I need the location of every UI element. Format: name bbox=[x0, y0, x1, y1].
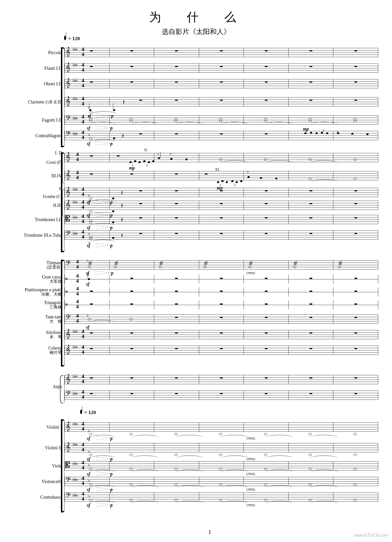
label-trombone-3-tuba: Trombone III.e.Tuba bbox=[16, 233, 65, 238]
row-trombone-3-tuba: Trombone III.e.Tuba ♭♭♭♭ 44 sf p bbox=[16, 227, 378, 243]
row-tamtam: Tam-tam大 锣 44 sf bbox=[16, 311, 378, 327]
staff-celesta: ♭♭♭♭ 44 bbox=[65, 346, 378, 355]
tempo-marking-strings: = 120 bbox=[80, 409, 96, 415]
row-violini-1: Violini I ♭♭♭♭ 44 sf p cresc. bbox=[16, 417, 378, 437]
row-piccolo: Piccolo ♭♭♭♭ 44 bbox=[16, 45, 378, 60]
row-contrabfagoto: Contrabfagoto ♭♭♭♭ 44 sf p mp 3 bbox=[16, 128, 378, 143]
label-piatti: Piattisospess e.piatti吊镲、大镲 bbox=[16, 287, 65, 297]
row-trombonei-1-2: Trombonei I.II ♭♭♭♭ 44 sf p bbox=[16, 212, 378, 227]
row-piatti: Piattisospess e.piatti吊镲、大镲 44 bbox=[16, 286, 378, 298]
label-violini-1: Violini I bbox=[16, 425, 65, 430]
score-page: 为 什 么 选自影片《太阳和人》 = 120 Piccolo ♭♭♭♭ 44 F… bbox=[0, 0, 392, 542]
row-arpa-bottom: ♭♭♭♭ 44 bbox=[16, 387, 378, 403]
staff-gran-cassa: 44 sf bbox=[65, 275, 378, 284]
label-piccolo: Piccolo bbox=[16, 50, 65, 55]
strings-group: Violini I ♭♭♭♭ 44 sf p cresc. bbox=[16, 417, 378, 505]
label-contrabassi: Contrabassi bbox=[16, 494, 65, 499]
staff-corni-1-2: 44 3 3 mp bbox=[65, 153, 378, 162]
tempo-marking-top: = 120 bbox=[64, 36, 80, 42]
row-timpani: Timpani(定音鼓) 44 sf p cresc. bbox=[16, 257, 378, 273]
row-oboei: Oboei I.II ♭♭♭♭ 44 bbox=[16, 76, 378, 92]
staff-arpa-treble: ♭♭♭♭ 44 bbox=[65, 375, 378, 384]
barlines bbox=[65, 48, 378, 57]
row-fagotti: Fagotti I.II ♭♭♭♭ 44 sf p bbox=[16, 112, 378, 128]
label-viole: Viole bbox=[16, 463, 65, 468]
quarter-note-icon bbox=[80, 409, 82, 414]
row-clarinets: Clarinets (♭B )I.II. ♭♭♭♭ 44 sf bbox=[16, 92, 378, 112]
percussion-group: Timpani(定音鼓) 44 sf p cresc. bbox=[16, 257, 378, 358]
staff-piccolo: ♭♭♭♭ 44 bbox=[65, 48, 378, 57]
staff-timpani: 44 sf p cresc. bbox=[65, 260, 378, 270]
staff-corni-3-4: 44 XI. 3 3 mp bbox=[65, 171, 378, 180]
staff-oboei: ♭♭♭♭ 44 bbox=[65, 79, 378, 88]
staff-contrabfagoto: ♭♭♭♭ 44 sf p mp 3 3 bbox=[65, 131, 378, 140]
row-trombe-2-3: II.III ♭♭♭♭ 44 a2sf p bbox=[16, 199, 378, 212]
row-celesta: Celesta钢片琴 ♭♭♭♭ 44 bbox=[16, 342, 378, 358]
label-corni-1-2: I. II Corni (F) bbox=[16, 150, 65, 165]
staff-violoncelli: ♭♭♭♭ 44 sf p cresc. bbox=[65, 477, 378, 486]
label-violoncelli: Violoncelli bbox=[16, 479, 65, 484]
dynamic-a2: a2 bbox=[88, 199, 91, 203]
staff-piatti: 44 bbox=[65, 287, 378, 297]
label-celesta: Celesta钢片琴 bbox=[16, 345, 65, 355]
horns-group: II. I. II Corni (F) 44 3 bbox=[16, 150, 378, 243]
staff-clarinets: ♭♭♭♭ 44 sf bbox=[65, 97, 378, 106]
row-gran-cassa: Gran cassa大军鼓 44 sf bbox=[16, 273, 378, 286]
page-number: 1 bbox=[14, 529, 392, 536]
staff-silofono: ♭♭♭♭ 44 bbox=[65, 330, 378, 339]
label-silofono: Silofono木 琴 bbox=[16, 330, 65, 339]
arpa-group: Arpa ♭♭♭♭ 44 ♭♭♭♭ 44 bbox=[16, 372, 378, 403]
quarter-note-icon bbox=[64, 36, 66, 40]
label-trombe-1: I. Trombe (C) bbox=[16, 186, 65, 199]
staff-tamtam: 44 sf bbox=[65, 314, 378, 324]
staff-triangolo: 44 bbox=[65, 300, 378, 309]
staff-arpa-bass: ♭♭♭♭ 44 bbox=[65, 391, 378, 400]
row-silofono: Silofono木 琴 ♭♭♭♭ 44 bbox=[16, 327, 378, 342]
row-arpa-top: Arpa ♭♭♭♭ 44 bbox=[16, 372, 378, 387]
score-title: 为 什 么 bbox=[14, 9, 378, 25]
staff-violini-1: ♭♭♭♭ 44 sf p cresc. bbox=[65, 423, 378, 432]
row-violoncelli: Violoncelli ♭♭♭♭ 44 sf p cresc. bbox=[16, 474, 378, 489]
label-gran-cassa: Gran cassa大军鼓 bbox=[16, 274, 65, 284]
staff-flauti: ♭♭♭♭ 44 bbox=[65, 64, 378, 73]
label-contrabfagoto: Contrabfagoto bbox=[16, 133, 65, 138]
staff-viole: ♭♭♭♭ 44 sf p cresc. bbox=[65, 461, 378, 471]
marker-XI: XI. bbox=[215, 168, 220, 172]
row-trombe-1: I. Trombe (C) ♭♭♭♭ 44 sf p bbox=[16, 186, 378, 199]
staff-contrabassi: ♭♭♭♭ 44 sf p cresc. bbox=[65, 493, 378, 502]
row-contrabassi: Contrabassi ♭♭♭♭ 44 sf p cresc. bbox=[16, 489, 378, 505]
score-system: Piccolo ♭♭♭♭ 44 Flauti I.II ♭♭♭♭ 44 bbox=[16, 45, 378, 524]
label-flauti: Flauti I.II bbox=[16, 66, 65, 71]
label-corni-3-4: III.IV bbox=[16, 173, 65, 178]
label-trombonei-1-2: Trombonei I.II bbox=[16, 217, 65, 222]
tempo-text: = 120 bbox=[68, 36, 80, 41]
woodwinds-group: Piccolo ♭♭♭♭ 44 Flauti I.II ♭♭♭♭ 44 bbox=[16, 45, 378, 143]
row-violini-2: Violini II ♭♭♭♭ 44 sf p cresc. bbox=[16, 437, 378, 458]
row-triangolo: Triangolo三角铁 44 bbox=[16, 298, 378, 311]
row-flauti: Flauti I.II ♭♭♭♭ 44 bbox=[16, 60, 378, 76]
staff-violini-2: ♭♭♭♭ 44 sf p cresc. bbox=[65, 443, 378, 452]
label-timpani: Timpani(定音鼓) bbox=[16, 260, 65, 270]
staff-trombe-2-3: ♭♭♭♭ 44 a2sf p bbox=[65, 201, 378, 210]
row-corni-1-2: I. II Corni (F) 44 3 3 mp bbox=[16, 150, 378, 165]
row-viole: Viole ♭♭♭♭ 44 sf p cresc. bbox=[16, 458, 378, 474]
staff-trombone-3-tuba: ♭♭♭♭ 44 sf p bbox=[65, 231, 378, 240]
staff-trombe-1: ♭♭♭♭ 44 sf p bbox=[65, 188, 378, 197]
label-trombe-2-3: II.III bbox=[16, 203, 65, 208]
watermark: www.KTVC8.com bbox=[354, 533, 388, 538]
row-corni-3-4: III.IV 44 XI. 3 3 mp bbox=[16, 165, 378, 186]
label-violini-2: Violini II bbox=[16, 445, 65, 450]
label-clarinets: Clarinets (♭B )I.II. bbox=[16, 99, 65, 104]
staff-trombonei-1-2: ♭♭♭♭ 44 sf p bbox=[65, 215, 378, 224]
staff-fagotti: ♭♭♭♭ 44 sf p bbox=[65, 115, 378, 125]
score-subtitle: 选自影片《太阳和人》 bbox=[14, 27, 378, 37]
label-fagotti: Fagotti I.II bbox=[16, 117, 65, 123]
label-tamtam: Tam-tam大 锣 bbox=[16, 314, 65, 324]
label-oboei: Oboei I.II bbox=[16, 81, 65, 86]
label-triangolo: Triangolo三角铁 bbox=[16, 300, 65, 310]
